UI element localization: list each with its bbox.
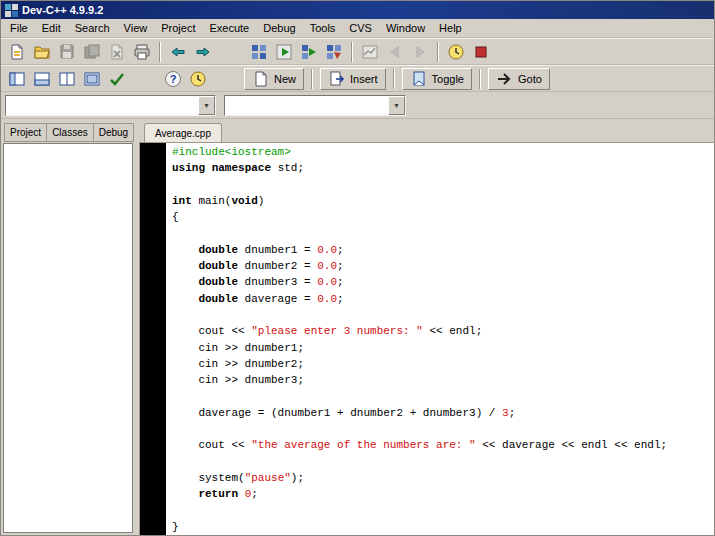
code-line (172, 505, 714, 521)
code-line: cout << "please enter 3 numbers: " << en… (172, 325, 714, 341)
compile-run-icon[interactable] (297, 40, 321, 64)
code-line: using namespace std; (172, 162, 714, 178)
insert-icon (328, 70, 346, 88)
new-file-icon (252, 70, 270, 88)
editor-tab-label: Average.cpp (155, 128, 211, 139)
print-icon[interactable] (130, 40, 154, 64)
app-icon (5, 4, 18, 17)
code-line (172, 390, 714, 406)
run-icon[interactable] (272, 40, 296, 64)
code-line: cin >> dnumber1; (172, 342, 714, 358)
toolbar-separator (437, 42, 439, 62)
tab-average-cpp[interactable]: Average.cpp (144, 123, 222, 142)
history-icon[interactable] (186, 67, 210, 91)
split-window-icon[interactable] (55, 67, 79, 91)
code-line: double dnumber1 = 0.0; (172, 244, 714, 260)
toolbar-main (1, 38, 714, 65)
svg-text:?: ? (170, 73, 177, 85)
toggle-button[interactable]: Toggle (402, 68, 472, 90)
back-icon[interactable] (383, 40, 407, 64)
menu-item-help[interactable]: Help (432, 20, 469, 36)
code-line (172, 423, 714, 439)
code-line: double dnumber3 = 0.0; (172, 276, 714, 292)
left-panel-tabs: ProjectClassesDebug (4, 123, 136, 142)
new-project-icon[interactable] (5, 40, 29, 64)
toolbar-separator (479, 69, 481, 89)
code-line (172, 456, 714, 472)
code-line: int main(void) (172, 195, 714, 211)
combo-row: ▼▼ (1, 92, 714, 119)
help-icon[interactable]: ? (161, 67, 185, 91)
compiler-combobox-dropdown-icon[interactable]: ▼ (198, 96, 215, 115)
menu-item-cvs[interactable]: CVS (342, 20, 379, 36)
main-area: #include<iostream>using namespace std;in… (1, 142, 714, 535)
save-all-icon[interactable] (80, 40, 104, 64)
toggle-icon (410, 70, 428, 88)
toolbar-separator (351, 42, 353, 62)
rebuild-icon[interactable] (322, 40, 346, 64)
code-line (172, 227, 714, 243)
stop-icon[interactable] (469, 40, 493, 64)
compiler-combobox-value (6, 96, 198, 115)
compiler-combobox[interactable]: ▼ (5, 95, 216, 116)
code-line: return 0; (172, 488, 714, 504)
new-button[interactable]: New (244, 68, 304, 90)
toolbar-separator (393, 69, 395, 89)
menu-item-search[interactable]: Search (68, 20, 117, 36)
title-bar: Dev-C++ 4.9.9.2 (1, 1, 714, 19)
toolbar-separator (311, 69, 313, 89)
project-browser-panel[interactable] (3, 143, 133, 533)
code-editor[interactable]: #include<iostream>using namespace std;in… (139, 142, 714, 535)
forward-icon[interactable] (408, 40, 432, 64)
tab-classes[interactable]: Classes (46, 123, 93, 142)
debug-icon[interactable] (358, 40, 382, 64)
profile-icon[interactable] (444, 40, 468, 64)
close-icon[interactable] (105, 40, 129, 64)
save-icon[interactable] (55, 40, 79, 64)
code-line: system("pause"); (172, 472, 714, 488)
toolbar-separator (159, 42, 161, 62)
open-project-icon[interactable] (30, 40, 54, 64)
tab-project[interactable]: Project (4, 123, 46, 142)
code-area[interactable]: #include<iostream>using namespace std;in… (166, 143, 714, 535)
goto-button-label: Goto (518, 73, 542, 85)
redo-icon[interactable] (191, 40, 215, 64)
menu-item-execute[interactable]: Execute (202, 20, 256, 36)
code-line: #include<iostream> (172, 146, 714, 162)
report-window-icon[interactable] (30, 67, 54, 91)
new-button-label: New (274, 73, 296, 85)
check-syntax-icon[interactable] (105, 67, 129, 91)
code-line (172, 309, 714, 325)
menu-item-file[interactable]: File (3, 20, 35, 36)
menu-bar: FileEditSearchViewProjectExecuteDebugToo… (1, 19, 714, 38)
insert-button-label: Insert (350, 73, 378, 85)
code-line: cin >> dnumber3; (172, 374, 714, 390)
code-line: { (172, 211, 714, 227)
goto-icon (496, 70, 514, 88)
menu-item-project[interactable]: Project (154, 20, 202, 36)
class-combobox-dropdown-icon[interactable]: ▼ (388, 96, 405, 115)
code-line: double dnumber2 = 0.0; (172, 260, 714, 276)
class-combobox[interactable]: ▼ (224, 95, 406, 116)
full-screen-icon[interactable] (80, 67, 104, 91)
code-line: double daverage = 0.0; (172, 293, 714, 309)
menu-item-tools[interactable]: Tools (303, 20, 343, 36)
undo-icon[interactable] (166, 40, 190, 64)
menu-item-edit[interactable]: Edit (35, 20, 68, 36)
compile-icon[interactable] (247, 40, 271, 64)
code-line (172, 179, 714, 195)
code-line: daverage = (dnumber1 + dnumber2 + dnumbe… (172, 407, 714, 423)
window-title: Dev-C++ 4.9.9.2 (22, 4, 103, 16)
tab-debug[interactable]: Debug (93, 123, 134, 142)
menu-item-debug[interactable]: Debug (256, 20, 302, 36)
project-window-icon[interactable] (5, 67, 29, 91)
class-combobox-value (225, 96, 388, 115)
code-line: cout << "the average of the numbers are:… (172, 439, 714, 455)
tab-strip: ProjectClassesDebug Average.cpp (1, 119, 714, 142)
menu-item-view[interactable]: View (117, 20, 155, 36)
insert-button[interactable]: Insert (320, 68, 386, 90)
menu-item-window[interactable]: Window (379, 20, 432, 36)
code-line: } (172, 521, 714, 535)
goto-button[interactable]: Goto (488, 68, 550, 90)
toolbar-secondary: ?NewInsertToggleGoto (1, 65, 714, 92)
